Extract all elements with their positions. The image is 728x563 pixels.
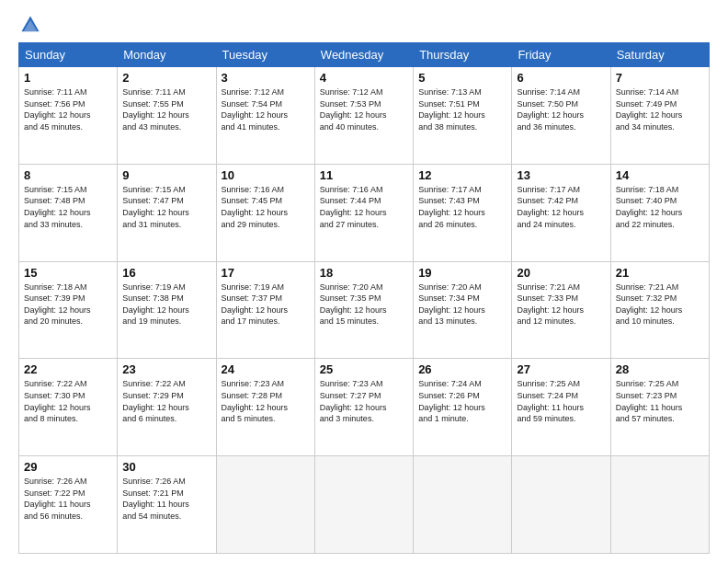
table-row bbox=[610, 456, 709, 554]
calendar-header-row: Sunday Monday Tuesday Wednesday Thursday… bbox=[19, 43, 710, 67]
day-info: Sunrise: 7:15 AM Sunset: 7:48 PM Dayligh… bbox=[24, 184, 112, 230]
col-wednesday: Wednesday bbox=[314, 43, 413, 67]
day-number: 4 bbox=[320, 71, 408, 85]
day-number: 30 bbox=[122, 460, 210, 474]
day-number: 19 bbox=[418, 266, 506, 280]
table-row: 13Sunrise: 7:17 AM Sunset: 7:42 PM Dayli… bbox=[512, 164, 610, 261]
day-number: 11 bbox=[320, 168, 408, 182]
col-tuesday: Tuesday bbox=[216, 43, 314, 67]
day-info: Sunrise: 7:11 AM Sunset: 7:56 PM Dayligh… bbox=[24, 86, 112, 132]
table-row: 7Sunrise: 7:14 AM Sunset: 7:49 PM Daylig… bbox=[610, 67, 709, 165]
day-number: 24 bbox=[222, 362, 310, 376]
table-row: 22Sunrise: 7:22 AM Sunset: 7:30 PM Dayli… bbox=[19, 359, 118, 456]
calendar-row: 15Sunrise: 7:18 AM Sunset: 7:39 PM Dayli… bbox=[19, 261, 710, 359]
day-number: 6 bbox=[517, 71, 605, 85]
day-number: 22 bbox=[24, 362, 112, 376]
day-info: Sunrise: 7:26 AM Sunset: 7:22 PM Dayligh… bbox=[24, 476, 112, 522]
day-info: Sunrise: 7:24 AM Sunset: 7:26 PM Dayligh… bbox=[418, 378, 506, 424]
day-number: 18 bbox=[320, 266, 408, 280]
day-info: Sunrise: 7:25 AM Sunset: 7:23 PM Dayligh… bbox=[616, 378, 704, 424]
logo bbox=[18, 15, 40, 35]
day-info: Sunrise: 7:23 AM Sunset: 7:28 PM Dayligh… bbox=[222, 378, 310, 424]
table-row: 10Sunrise: 7:16 AM Sunset: 7:45 PM Dayli… bbox=[216, 164, 314, 261]
table-row: 29Sunrise: 7:26 AM Sunset: 7:22 PM Dayli… bbox=[19, 456, 118, 554]
table-row: 30Sunrise: 7:26 AM Sunset: 7:21 PM Dayli… bbox=[118, 456, 216, 554]
day-info: Sunrise: 7:25 AM Sunset: 7:24 PM Dayligh… bbox=[517, 378, 605, 424]
day-number: 26 bbox=[418, 362, 506, 376]
day-number: 13 bbox=[517, 168, 605, 182]
day-info: Sunrise: 7:17 AM Sunset: 7:43 PM Dayligh… bbox=[418, 184, 506, 230]
table-row: 16Sunrise: 7:19 AM Sunset: 7:38 PM Dayli… bbox=[118, 261, 216, 359]
day-number: 1 bbox=[24, 71, 112, 85]
calendar-row: 1Sunrise: 7:11 AM Sunset: 7:56 PM Daylig… bbox=[19, 67, 710, 165]
day-number: 29 bbox=[24, 460, 112, 474]
table-row: 19Sunrise: 7:20 AM Sunset: 7:34 PM Dayli… bbox=[414, 261, 512, 359]
day-info: Sunrise: 7:20 AM Sunset: 7:35 PM Dayligh… bbox=[320, 282, 408, 327]
day-info: Sunrise: 7:14 AM Sunset: 7:49 PM Dayligh… bbox=[616, 86, 704, 132]
day-info: Sunrise: 7:14 AM Sunset: 7:50 PM Dayligh… bbox=[517, 86, 605, 132]
calendar-table: Sunday Monday Tuesday Wednesday Thursday… bbox=[18, 42, 710, 554]
day-number: 7 bbox=[616, 71, 704, 85]
day-info: Sunrise: 7:20 AM Sunset: 7:34 PM Dayligh… bbox=[418, 282, 506, 327]
day-info: Sunrise: 7:22 AM Sunset: 7:29 PM Dayligh… bbox=[122, 378, 210, 424]
table-row bbox=[414, 456, 512, 554]
day-info: Sunrise: 7:23 AM Sunset: 7:27 PM Dayligh… bbox=[320, 378, 408, 424]
day-number: 3 bbox=[222, 71, 310, 85]
day-info: Sunrise: 7:12 AM Sunset: 7:54 PM Dayligh… bbox=[222, 86, 310, 132]
day-info: Sunrise: 7:17 AM Sunset: 7:42 PM Dayligh… bbox=[517, 184, 605, 230]
col-sunday: Sunday bbox=[19, 43, 118, 67]
col-saturday: Saturday bbox=[610, 43, 709, 67]
day-number: 15 bbox=[24, 266, 112, 280]
table-row: 28Sunrise: 7:25 AM Sunset: 7:23 PM Dayli… bbox=[610, 359, 709, 456]
table-row: 5Sunrise: 7:13 AM Sunset: 7:51 PM Daylig… bbox=[414, 67, 512, 165]
table-row: 15Sunrise: 7:18 AM Sunset: 7:39 PM Dayli… bbox=[19, 261, 118, 359]
table-row bbox=[512, 456, 610, 554]
day-info: Sunrise: 7:22 AM Sunset: 7:30 PM Dayligh… bbox=[24, 378, 112, 424]
day-number: 10 bbox=[222, 168, 310, 182]
table-row: 11Sunrise: 7:16 AM Sunset: 7:44 PM Dayli… bbox=[314, 164, 413, 261]
page: Sunday Monday Tuesday Wednesday Thursday… bbox=[0, 0, 728, 563]
day-number: 17 bbox=[222, 266, 310, 280]
table-row: 4Sunrise: 7:12 AM Sunset: 7:53 PM Daylig… bbox=[314, 67, 413, 165]
table-row: 23Sunrise: 7:22 AM Sunset: 7:29 PM Dayli… bbox=[118, 359, 216, 456]
table-row: 2Sunrise: 7:11 AM Sunset: 7:55 PM Daylig… bbox=[118, 67, 216, 165]
day-number: 12 bbox=[418, 168, 506, 182]
table-row: 18Sunrise: 7:20 AM Sunset: 7:35 PM Dayli… bbox=[314, 261, 413, 359]
table-row: 8Sunrise: 7:15 AM Sunset: 7:48 PM Daylig… bbox=[19, 164, 118, 261]
day-info: Sunrise: 7:19 AM Sunset: 7:38 PM Dayligh… bbox=[122, 282, 210, 327]
day-number: 5 bbox=[418, 71, 506, 85]
table-row: 26Sunrise: 7:24 AM Sunset: 7:26 PM Dayli… bbox=[414, 359, 512, 456]
table-row: 1Sunrise: 7:11 AM Sunset: 7:56 PM Daylig… bbox=[19, 67, 118, 165]
day-number: 25 bbox=[320, 362, 408, 376]
logo-icon bbox=[20, 15, 40, 35]
day-info: Sunrise: 7:21 AM Sunset: 7:32 PM Dayligh… bbox=[616, 282, 704, 327]
calendar-row: 22Sunrise: 7:22 AM Sunset: 7:30 PM Dayli… bbox=[19, 359, 710, 456]
table-row: 3Sunrise: 7:12 AM Sunset: 7:54 PM Daylig… bbox=[216, 67, 314, 165]
day-number: 2 bbox=[122, 71, 210, 85]
col-thursday: Thursday bbox=[414, 43, 512, 67]
day-info: Sunrise: 7:12 AM Sunset: 7:53 PM Dayligh… bbox=[320, 86, 408, 132]
day-number: 14 bbox=[616, 168, 704, 182]
day-info: Sunrise: 7:18 AM Sunset: 7:39 PM Dayligh… bbox=[24, 282, 112, 327]
table-row: 21Sunrise: 7:21 AM Sunset: 7:32 PM Dayli… bbox=[610, 261, 709, 359]
day-info: Sunrise: 7:13 AM Sunset: 7:51 PM Dayligh… bbox=[418, 86, 506, 132]
table-row: 6Sunrise: 7:14 AM Sunset: 7:50 PM Daylig… bbox=[512, 67, 610, 165]
table-row bbox=[314, 456, 413, 554]
table-row: 17Sunrise: 7:19 AM Sunset: 7:37 PM Dayli… bbox=[216, 261, 314, 359]
day-info: Sunrise: 7:18 AM Sunset: 7:40 PM Dayligh… bbox=[616, 184, 704, 230]
day-info: Sunrise: 7:26 AM Sunset: 7:21 PM Dayligh… bbox=[122, 476, 210, 522]
table-row: 27Sunrise: 7:25 AM Sunset: 7:24 PM Dayli… bbox=[512, 359, 610, 456]
table-row: 20Sunrise: 7:21 AM Sunset: 7:33 PM Dayli… bbox=[512, 261, 610, 359]
day-info: Sunrise: 7:15 AM Sunset: 7:47 PM Dayligh… bbox=[122, 184, 210, 230]
table-row bbox=[216, 456, 314, 554]
table-row: 14Sunrise: 7:18 AM Sunset: 7:40 PM Dayli… bbox=[610, 164, 709, 261]
day-number: 20 bbox=[517, 266, 605, 280]
calendar-row: 8Sunrise: 7:15 AM Sunset: 7:48 PM Daylig… bbox=[19, 164, 710, 261]
day-info: Sunrise: 7:21 AM Sunset: 7:33 PM Dayligh… bbox=[517, 282, 605, 327]
day-info: Sunrise: 7:11 AM Sunset: 7:55 PM Dayligh… bbox=[122, 86, 210, 132]
table-row: 25Sunrise: 7:23 AM Sunset: 7:27 PM Dayli… bbox=[314, 359, 413, 456]
table-row: 9Sunrise: 7:15 AM Sunset: 7:47 PM Daylig… bbox=[118, 164, 216, 261]
calendar-row: 29Sunrise: 7:26 AM Sunset: 7:22 PM Dayli… bbox=[19, 456, 710, 554]
day-number: 21 bbox=[616, 266, 704, 280]
day-number: 23 bbox=[122, 362, 210, 376]
